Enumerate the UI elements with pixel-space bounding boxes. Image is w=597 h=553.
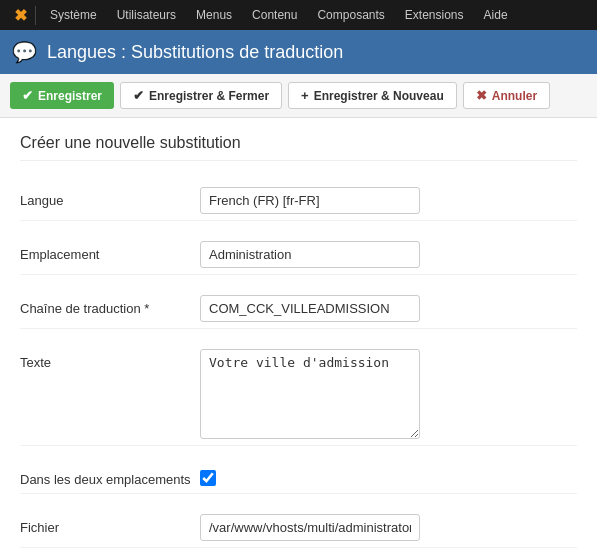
menu-menus[interactable]: Menus (186, 0, 242, 30)
cancel-icon: ✖ (476, 88, 487, 103)
deux-emplacements-checkbox-wrapper (200, 466, 216, 486)
page-title: Langues : Substitutions de traduction (47, 42, 343, 63)
field-language: Langue (20, 181, 577, 221)
save-new-button[interactable]: + Enregistrer & Nouveau (288, 82, 457, 109)
header-icon: 💬 (12, 40, 37, 64)
save-new-icon: + (301, 88, 309, 103)
language-input[interactable] (200, 187, 420, 214)
save-new-label: Enregistrer & Nouveau (314, 89, 444, 103)
emplacement-label: Emplacement (20, 241, 200, 262)
section-title: Créer une nouvelle substitution (20, 134, 577, 161)
menu-utilisateurs[interactable]: Utilisateurs (107, 0, 186, 30)
field-emplacement: Emplacement (20, 235, 577, 275)
save-close-button[interactable]: ✔ Enregistrer & Fermer (120, 82, 282, 109)
joomla-logo: ✖ (6, 6, 36, 25)
field-texte: Texte (20, 343, 577, 446)
field-chaine: Chaîne de traduction * (20, 289, 577, 329)
save-icon: ✔ (22, 88, 33, 103)
field-deux-emplacements: Dans les deux emplacements (20, 460, 577, 494)
save-close-label: Enregistrer & Fermer (149, 89, 269, 103)
chaine-label: Chaîne de traduction * (20, 295, 200, 316)
chaine-input[interactable] (200, 295, 420, 322)
content-area: Créer une nouvelle substitution Langue E… (0, 118, 597, 553)
top-nav: ✖ Système Utilisateurs Menus Contenu Com… (0, 0, 597, 30)
emplacement-input[interactable] (200, 241, 420, 268)
texte-label: Texte (20, 349, 200, 370)
cancel-label: Annuler (492, 89, 537, 103)
fichier-input[interactable] (200, 514, 420, 541)
field-fichier: Fichier (20, 508, 577, 548)
language-label: Langue (20, 187, 200, 208)
texte-textarea[interactable] (200, 349, 420, 439)
toolbar: ✔ Enregistrer ✔ Enregistrer & Fermer + E… (0, 74, 597, 118)
deux-emplacements-label: Dans les deux emplacements (20, 466, 200, 487)
save-button[interactable]: ✔ Enregistrer (10, 82, 114, 109)
save-label: Enregistrer (38, 89, 102, 103)
page-header: 💬 Langues : Substitutions de traduction (0, 30, 597, 74)
deux-emplacements-checkbox[interactable] (200, 470, 216, 486)
save-close-icon: ✔ (133, 88, 144, 103)
cancel-button[interactable]: ✖ Annuler (463, 82, 550, 109)
menu-composants[interactable]: Composants (307, 0, 394, 30)
menu-contenu[interactable]: Contenu (242, 0, 307, 30)
menu-aide[interactable]: Aide (474, 0, 518, 30)
fichier-label: Fichier (20, 514, 200, 535)
menu-extensions[interactable]: Extensions (395, 0, 474, 30)
menu-systeme[interactable]: Système (40, 0, 107, 30)
